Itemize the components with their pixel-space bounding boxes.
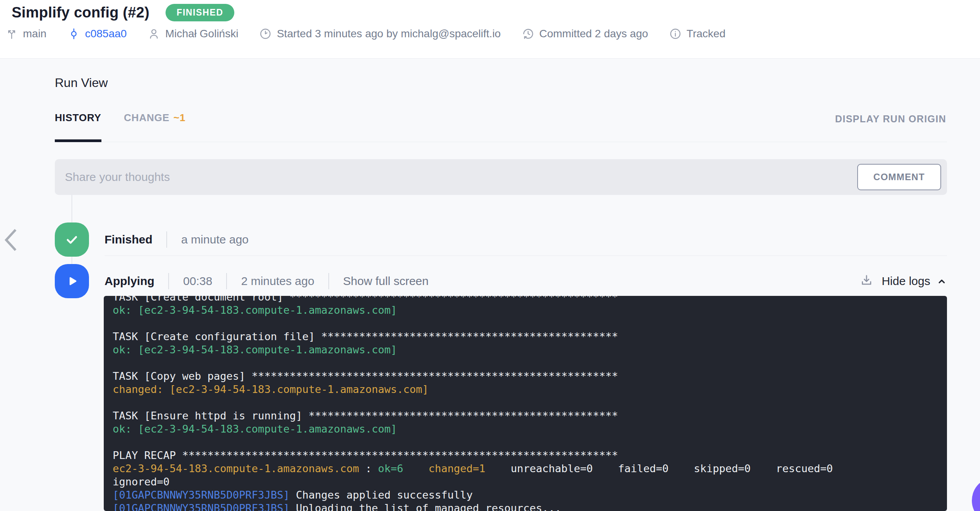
tab-change-label: CHANGE — [124, 112, 169, 123]
branch-icon — [5, 28, 18, 40]
started-item: Started 3 minutes ago by michalg@spaceli… — [259, 28, 500, 40]
log-line: [01GAPCBNNWY35RNB5D0PRF3JBS] Uploading t… — [113, 502, 947, 511]
log-line: changed: [ec2-3-94-54-183.compute-1.amaz… — [113, 383, 947, 396]
finished-status-circle — [55, 222, 89, 257]
previous-run-arrow[interactable] — [2, 228, 19, 252]
history-icon — [522, 28, 534, 40]
run-timeline: Finished a minute ago Applying 00:38 2 m… — [55, 223, 947, 511]
log-line: ec2-3-94-54-183.compute-1.amazonaws.com … — [113, 462, 947, 475]
tab-history[interactable]: HISTORY — [55, 112, 101, 142]
log-line: ok: [ec2-3-94-54-183.compute-1.amazonaws… — [113, 343, 947, 356]
clock-icon — [259, 28, 272, 40]
title-row: Simplify config (#2) FINISHED — [0, 0, 980, 21]
divider — [226, 273, 227, 289]
user-icon — [148, 28, 160, 40]
log-terminal[interactable]: TASK [Create document root] ************… — [104, 296, 947, 511]
section-title: Run View — [55, 76, 947, 90]
commit-label: c085aa0 — [85, 28, 127, 40]
finished-time-ago: a minute ago — [181, 233, 248, 246]
tracking-label: Tracked — [687, 28, 725, 40]
author-item: Michał Goliński — [148, 28, 238, 40]
tracking-item: Tracked — [669, 28, 725, 40]
started-label: Started 3 minutes ago by michalg@spaceli… — [277, 28, 500, 40]
log-line: [01GAPCBNNWY35RNB5D0PRF3JBS] Changes app… — [113, 488, 947, 502]
tabs-row: HISTORY CHANGE~1 DISPLAY RUN ORIGIN — [55, 112, 947, 142]
divider — [328, 273, 329, 289]
applying-duration: 00:38 — [183, 275, 212, 288]
log-line: TASK [Copy web pages] ******************… — [113, 370, 947, 383]
run-meta-row: main c085aa0 Michał Goliński Started 3 m… — [0, 21, 980, 40]
applying-entry-body: Applying 00:38 2 minutes ago Show full s… — [105, 265, 947, 297]
divider — [166, 231, 167, 248]
comment-input[interactable] — [65, 170, 857, 184]
timeline-entry-finished: Finished a minute ago — [55, 223, 947, 256]
status-badge: FINISHED — [166, 4, 234, 21]
run-header: Simplify config (#2) FINISHED main c085a… — [0, 0, 980, 59]
log-line: TASK [Ensure httpd is running] *********… — [113, 409, 947, 422]
branch-item[interactable]: main — [5, 28, 47, 40]
committed-label: Committed 2 days ago — [539, 28, 648, 40]
divider — [168, 273, 169, 289]
log-line — [113, 396, 947, 409]
branch-label: main — [23, 28, 47, 40]
show-full-screen-link[interactable]: Show full screen — [343, 275, 429, 288]
log-line — [113, 436, 947, 449]
author-label: Michał Goliński — [165, 28, 238, 40]
page-title: Simplify config (#2) — [12, 4, 149, 21]
tab-history-label: HISTORY — [55, 112, 101, 123]
tabs: HISTORY CHANGE~1 — [55, 112, 185, 142]
log-line: TASK [Create configuration file] *******… — [113, 330, 947, 343]
log-line — [113, 317, 947, 330]
timeline-entry-applying: Applying 00:38 2 minutes ago Show full s… — [55, 265, 947, 297]
hide-logs-label: Hide logs — [882, 275, 930, 288]
chevron-left-icon — [2, 228, 19, 252]
comment-bar: COMMENT — [55, 159, 947, 195]
applying-time-ago: 2 minutes ago — [241, 275, 314, 288]
log-line: ok: [ec2-3-94-54-183.compute-1.amazonaws… — [113, 422, 947, 436]
log-line — [113, 356, 947, 370]
hide-logs-button[interactable]: Hide logs — [882, 275, 947, 288]
tab-change[interactable]: CHANGE~1 — [124, 112, 186, 142]
display-run-origin-button[interactable]: DISPLAY RUN ORIGIN — [834, 112, 947, 126]
commit-icon — [68, 28, 80, 40]
comment-button[interactable]: COMMENT — [857, 164, 941, 190]
download-logs-button[interactable] — [860, 274, 873, 289]
info-icon — [669, 28, 682, 40]
logs-controls: Hide logs — [860, 274, 947, 289]
log-content: TASK [Create document root] ************… — [113, 296, 947, 511]
finished-entry-body: Finished a minute ago — [105, 223, 947, 256]
applying-state-label: Applying — [105, 275, 154, 288]
finished-state-label: Finished — [105, 233, 152, 246]
log-line: ok: [ec2-3-94-54-183.compute-1.amazonaws… — [113, 304, 947, 317]
run-view-section: Run View HISTORY CHANGE~1 DISPLAY RUN OR… — [0, 59, 980, 511]
applying-status-circle — [55, 264, 89, 298]
committed-item: Committed 2 days ago — [522, 28, 648, 40]
chevron-up-icon — [936, 276, 947, 287]
change-count-badge: ~1 — [173, 112, 185, 123]
download-icon — [860, 274, 873, 287]
log-line: PLAY RECAP *****************************… — [113, 449, 947, 462]
play-icon — [64, 273, 80, 289]
check-icon — [64, 232, 80, 247]
commit-item[interactable]: c085aa0 — [68, 28, 127, 40]
run-view-container: Run View HISTORY CHANGE~1 DISPLAY RUN OR… — [55, 59, 947, 511]
log-line: ignored=0 — [113, 475, 947, 488]
